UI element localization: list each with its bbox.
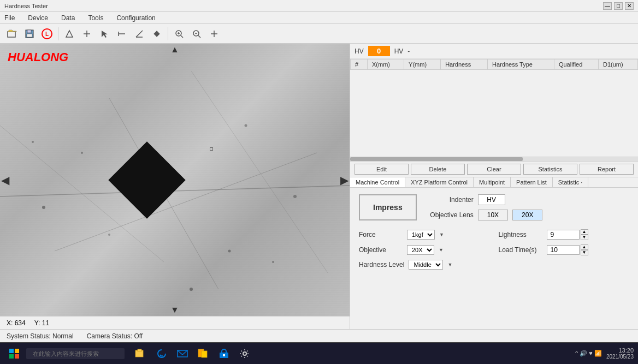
objective-lens-label: Objective Lens [430,211,474,219]
svg-rect-41 [15,354,19,359]
menu-configuration[interactable]: Configuration [114,13,157,23]
zoom-out-button[interactable] [189,26,204,41]
lightness-up-button[interactable]: ▲ [581,229,588,235]
col-qualified: Qualified [554,59,598,70]
objective-lens-row: Objective Lens 10X 20X [430,210,543,220]
svg-rect-14 [153,31,160,37]
statistics-button[interactable]: Statistics [523,164,577,175]
save-button[interactable] [22,26,37,41]
load-time-down-button[interactable]: ▼ [581,250,588,255]
hv-type-label: HV [394,47,404,55]
report-button[interactable]: Report [580,164,634,175]
hardness-level-row: Hardness Level Middle Low High ▼ [359,260,490,270]
tab-machine-control[interactable]: Machine Control [350,177,405,188]
objective-dropdown[interactable]: 20X 10X 40X [407,245,434,255]
force-dropdown[interactable]: 1kgf 2kgf 5kgf [407,230,435,240]
svg-rect-43 [138,349,141,351]
tool-angle[interactable] [132,26,147,41]
settings-section: Force 1kgf 2kgf 5kgf ▼ Lightness ▲ [359,229,629,270]
taskbar-app-edge[interactable] [152,345,172,362]
hv-bar: HV 0 HV - [350,44,638,59]
minimize-button[interactable]: — [603,2,612,10]
taskbar-app-mail[interactable] [173,345,192,362]
start-button[interactable] [4,345,24,362]
svg-marker-9 [102,31,108,38]
load-time-label: Load Time(s) [499,246,542,254]
impress-button[interactable]: Impress [359,194,417,220]
svg-line-12 [136,31,143,37]
lightness-spinner[interactable]: ▲ ▼ [547,229,588,240]
camera-status: Camera Status: Off [87,332,143,340]
tool-triangle[interactable] [62,26,77,41]
menu-file[interactable]: File [2,13,17,23]
hardness-level-dropdown[interactable]: Middle Low High [409,260,443,270]
taskbar-app-explorer[interactable] [131,345,151,362]
tab-multipoint[interactable]: Multipoint [474,177,511,187]
lens-20x-button[interactable]: 20X [512,210,542,220]
data-table: # X(mm) Y(mm) Hardness Hardness Type Qua… [350,59,638,70]
delete-button[interactable]: Delete [411,164,465,175]
tool-diamond[interactable] [149,26,164,41]
lens-10x-button[interactable]: 10X [478,210,508,220]
open-button[interactable] [4,26,20,41]
y-coordinate: Y: 11 [34,319,49,327]
menu-bar: File Device Data Tools Configuration [0,12,638,24]
taskbar: ^ 🔊 ♥ 📶 13:20 2021/05/23 [0,342,638,364]
action-buttons: Edit Delete Clear Statistics Report [350,162,638,177]
lightness-label: Lightness [499,231,542,238]
table-scrollbar[interactable] [350,157,638,162]
add-button[interactable] [206,26,222,41]
svg-rect-3 [27,34,32,37]
toolbar-separator-1 [58,27,58,40]
maximize-button[interactable]: □ [614,2,623,10]
indenter-label: Indenter [430,196,474,204]
taskbar-time: 13:20 2021/05/23 [606,347,634,360]
tab-pattern-list[interactable]: Pattern List [511,177,553,187]
load-time-spinner-buttons[interactable]: ▲ ▼ [581,244,588,255]
arrow-left-button[interactable]: ◀ [1,174,9,187]
lightness-input[interactable] [547,230,580,240]
clear-button[interactable]: Clear [467,164,521,175]
edit-button[interactable]: Edit [355,164,409,175]
table-scrollbar-thumb[interactable] [350,157,523,161]
data-table-container[interactable]: # X(mm) Y(mm) Hardness Hardness Type Qua… [350,59,638,157]
tool-cross[interactable] [79,26,94,41]
taskbar-app-files[interactable] [193,345,213,362]
arrow-top-button[interactable]: ▲ [170,45,179,55]
toolbar: L [0,24,638,44]
menu-device[interactable]: Device [26,13,50,23]
window-title: Hardness Tester [4,3,48,9]
taskbar-app-store[interactable] [214,345,234,362]
svg-marker-6 [66,31,73,37]
window-controls[interactable]: — □ ✕ [603,2,634,10]
load-time-input[interactable] [547,245,580,255]
menu-data[interactable]: Data [59,13,77,23]
tab-bar: Machine Control XYZ Platform Control Mul… [350,177,638,188]
logo-button[interactable]: L [39,26,55,41]
arrow-bottom-button[interactable]: ▼ [170,305,179,315]
diamond-indentation [120,153,174,207]
taskbar-search-input[interactable] [26,348,125,359]
load-time-up-button[interactable]: ▲ [581,244,588,250]
arrow-right-button[interactable]: ▶ [340,174,348,187]
hardness-level-dropdown-arrow: ▼ [447,262,452,267]
taskbar-apps [131,345,255,362]
close-button[interactable]: ✕ [625,2,634,10]
svg-rect-0 [8,32,15,37]
taskbar-app-settings[interactable] [235,345,255,362]
toolbar-separator-2 [168,27,168,40]
svg-text:L: L [45,31,49,37]
load-time-spinner[interactable]: ▲ ▼ [547,244,588,255]
tool-line[interactable] [114,26,129,41]
taskbar-icons: ^ 🔊 ♥ 📶 [575,350,602,357]
svg-rect-39 [15,349,19,353]
zoom-in-button[interactable] [172,26,187,41]
lightness-down-button[interactable]: ▼ [581,235,588,240]
status-bar: System Status: Normal Camera Status: Off [0,329,638,342]
menu-tools[interactable]: Tools [86,13,105,23]
tool-select[interactable] [97,26,112,41]
right-panel: HV 0 HV - # X(mm) Y(mm) Hardness Hardnes… [350,44,638,329]
lightness-spinner-buttons[interactable]: ▲ ▼ [581,229,588,240]
tab-statistic[interactable]: Statistic · [553,177,589,187]
tab-xyz-platform[interactable]: XYZ Platform Control [405,177,474,187]
